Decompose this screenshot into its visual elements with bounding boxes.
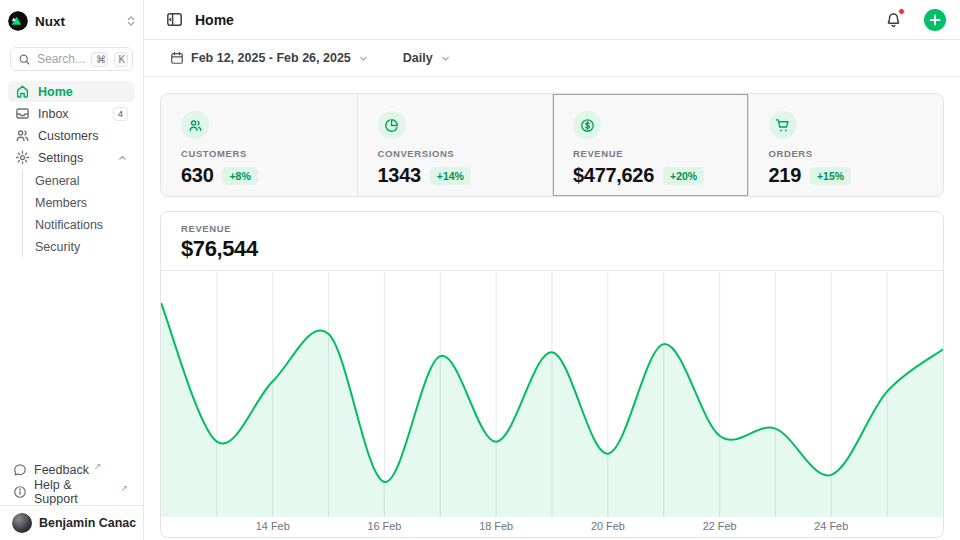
- sidebar-item-label: Settings: [38, 151, 83, 165]
- user-menu[interactable]: Benjamin Canac: [0, 505, 143, 540]
- sidebar-item-customers[interactable]: Customers: [8, 125, 135, 146]
- calendar-icon: [170, 51, 184, 65]
- revenue-area-chart[interactable]: 14 Feb16 Feb18 Feb20 Feb22 Feb24 Feb: [161, 272, 943, 537]
- chart-metric-value: $76,544: [181, 236, 943, 262]
- plus-icon: [929, 14, 941, 26]
- search-icon: [18, 53, 31, 66]
- info-circle-icon: [13, 485, 27, 499]
- users-icon: [15, 128, 30, 143]
- granularity-label: Daily: [403, 51, 433, 65]
- workspace-name: Nuxt: [35, 14, 118, 29]
- footer-link-label: Help & Support: [34, 478, 115, 506]
- x-axis-tick-label: 16 Feb: [367, 520, 401, 532]
- workspace-switcher[interactable]: Nuxt: [8, 8, 137, 34]
- sidebar-nav: Home Inbox 4 Customers Sett: [8, 81, 135, 258]
- collapse-sidebar-button[interactable]: [164, 9, 185, 30]
- footer-link-label: Feedback: [34, 463, 89, 477]
- chevron-up-down-icon: [125, 15, 137, 27]
- chevron-up-icon: [117, 152, 128, 163]
- nuxt-logo-icon: [8, 11, 28, 31]
- sidebar-item-label: Customers: [38, 129, 98, 143]
- unread-dot: [898, 8, 905, 15]
- external-link-icon: ↗: [120, 483, 128, 493]
- kbd-k: K: [114, 52, 128, 67]
- x-axis-tick-label: 24 Feb: [814, 520, 848, 532]
- pie-chart-icon: [378, 111, 406, 139]
- stat-value: 219: [769, 164, 801, 187]
- x-axis-tick-label: 18 Feb: [479, 520, 513, 532]
- kbd-cmd: ⌘: [91, 52, 108, 67]
- settings-submenu: General Members Notifications Security: [22, 170, 135, 258]
- sub-item-label: General: [35, 174, 79, 188]
- sidebar-footer: Feedback ↗ Help & Support ↗: [8, 459, 135, 503]
- stat-delta-badge: +15%: [810, 167, 851, 185]
- main-area: Home Feb 12, 2025 - Feb 26, 2025: [144, 0, 960, 540]
- dashboard-page: Nuxt Search... ⌘ K Home: [0, 0, 960, 540]
- sidebar-item-security[interactable]: Security: [23, 236, 135, 258]
- stat-label: CUSTOMERS: [181, 148, 357, 159]
- x-axis-tick-label: 20 Feb: [591, 520, 625, 532]
- search-placeholder: Search...: [37, 52, 85, 66]
- page-title: Home: [195, 12, 873, 28]
- revenue-chart-card: REVENUE $76,544 14 Feb16 Feb18 Feb20 Feb…: [160, 211, 944, 538]
- stat-customers[interactable]: CUSTOMERS 630 +8%: [161, 94, 357, 196]
- sidebar-item-home[interactable]: Home: [8, 81, 135, 102]
- sub-item-label: Security: [35, 240, 80, 254]
- stat-value: 1343: [378, 164, 421, 187]
- avatar: [12, 513, 32, 533]
- sidebar-item-members[interactable]: Members: [23, 192, 135, 214]
- inbox-count-badge: 4: [113, 107, 128, 121]
- date-range-picker[interactable]: Feb 12, 2025 - Feb 26, 2025: [164, 47, 375, 69]
- stat-label: ORDERS: [769, 148, 944, 159]
- stat-label: CONVERSIONS: [378, 148, 553, 159]
- users-circle-icon: [181, 111, 209, 139]
- external-link-icon: ↗: [94, 461, 102, 471]
- filter-toolbar: Feb 12, 2025 - Feb 26, 2025 Daily: [144, 40, 960, 77]
- stat-delta-badge: +14%: [430, 167, 471, 185]
- chevron-down-icon: [440, 53, 451, 64]
- inbox-icon: [15, 106, 30, 121]
- stat-delta-badge: +20%: [663, 167, 704, 185]
- stat-value: $477,626: [573, 164, 654, 187]
- date-range-label: Feb 12, 2025 - Feb 26, 2025: [191, 51, 351, 65]
- sidebar-item-label: Home: [38, 85, 73, 99]
- home-icon: [15, 84, 30, 99]
- sidebar: Nuxt Search... ⌘ K Home: [0, 0, 144, 540]
- chevron-down-icon: [358, 53, 369, 64]
- sub-item-label: Members: [35, 196, 87, 210]
- user-name: Benjamin Canac: [39, 516, 136, 530]
- search-input[interactable]: Search... ⌘ K: [10, 47, 133, 71]
- stat-orders[interactable]: ORDERS 219 +15%: [748, 94, 944, 196]
- sidebar-item-general[interactable]: General: [23, 170, 135, 192]
- revenue-chart-svg: 14 Feb16 Feb18 Feb20 Feb22 Feb24 Feb: [161, 272, 943, 537]
- sidebar-item-label: Inbox: [38, 107, 69, 121]
- gear-icon: [15, 150, 30, 165]
- help-support-link[interactable]: Help & Support ↗: [8, 481, 135, 503]
- add-button[interactable]: [924, 9, 946, 31]
- topbar: Home: [144, 0, 960, 40]
- circle-dollar-icon: [573, 111, 601, 139]
- content: CUSTOMERS 630 +8% CONVERSIONS 1343 +14%: [144, 77, 960, 540]
- sub-item-label: Notifications: [35, 218, 103, 232]
- stats-panel: CUSTOMERS 630 +8% CONVERSIONS 1343 +14%: [160, 93, 944, 197]
- sidebar-item-inbox[interactable]: Inbox 4: [8, 103, 135, 124]
- x-axis-tick-label: 22 Feb: [703, 520, 737, 532]
- stat-value: 630: [181, 164, 213, 187]
- sidebar-item-notifications[interactable]: Notifications: [23, 214, 135, 236]
- chart-metric-label: REVENUE: [181, 223, 943, 234]
- shopping-cart-icon: [769, 111, 797, 139]
- stat-label: REVENUE: [573, 148, 748, 159]
- speech-bubble-icon: [13, 463, 27, 477]
- chart-header: REVENUE $76,544: [161, 212, 943, 271]
- stat-revenue[interactable]: REVENUE $477,626 +20%: [552, 94, 748, 196]
- stat-delta-badge: +8%: [222, 167, 257, 185]
- x-axis-tick-label: 14 Feb: [256, 520, 290, 532]
- granularity-select[interactable]: Daily: [397, 47, 457, 69]
- stat-conversions[interactable]: CONVERSIONS 1343 +14%: [357, 94, 553, 196]
- sidebar-item-settings[interactable]: Settings: [8, 147, 135, 168]
